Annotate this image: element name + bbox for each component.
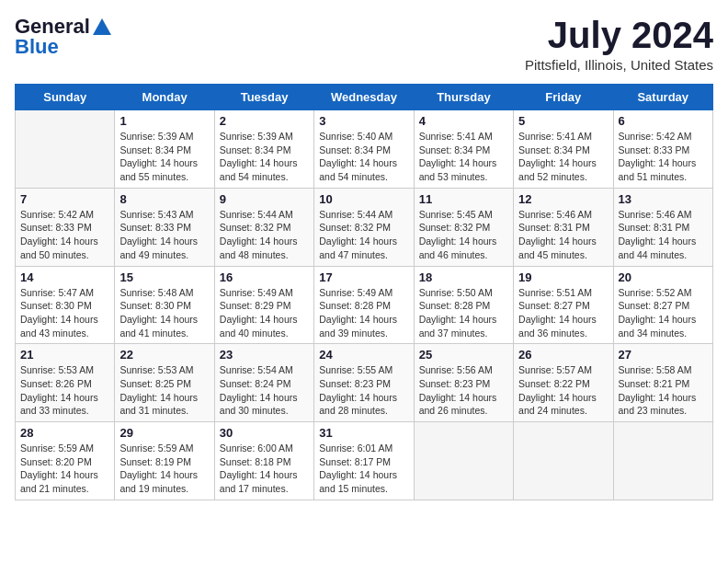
header-saturday: Saturday bbox=[613, 85, 712, 110]
day-info: Sunrise: 5:57 AM Sunset: 8:22 PM Dayligh… bbox=[518, 363, 608, 418]
calendar-cell: 7Sunrise: 5:42 AM Sunset: 8:33 PM Daylig… bbox=[16, 188, 115, 266]
day-info: Sunrise: 5:48 AM Sunset: 8:30 PM Dayligh… bbox=[119, 286, 209, 340]
calendar-cell: 18Sunrise: 5:50 AM Sunset: 8:28 PM Dayli… bbox=[414, 266, 513, 344]
calendar-header: SundayMondayTuesdayWednesdayThursdayFrid… bbox=[16, 85, 713, 110]
calendar-cell: 6Sunrise: 5:42 AM Sunset: 8:33 PM Daylig… bbox=[613, 110, 712, 189]
day-number: 7 bbox=[20, 192, 109, 206]
calendar-cell: 26Sunrise: 5:57 AM Sunset: 8:22 PM Dayli… bbox=[514, 344, 613, 422]
day-info: Sunrise: 5:46 AM Sunset: 8:31 PM Dayligh… bbox=[518, 208, 608, 262]
day-number: 9 bbox=[220, 192, 309, 206]
calendar-cell: 12Sunrise: 5:46 AM Sunset: 8:31 PM Dayli… bbox=[514, 188, 613, 266]
day-info: Sunrise: 5:53 AM Sunset: 8:26 PM Dayligh… bbox=[20, 363, 109, 418]
day-info: Sunrise: 5:44 AM Sunset: 8:32 PM Dayligh… bbox=[220, 208, 309, 262]
day-info: Sunrise: 5:47 AM Sunset: 8:30 PM Dayligh… bbox=[20, 286, 109, 340]
day-number: 21 bbox=[20, 348, 109, 362]
day-info: Sunrise: 5:54 AM Sunset: 8:24 PM Dayligh… bbox=[220, 363, 309, 418]
page-header: General Blue July 2024 Pittsfield, Illin… bbox=[15, 15, 713, 73]
day-info: Sunrise: 5:41 AM Sunset: 8:34 PM Dayligh… bbox=[419, 130, 508, 184]
calendar-cell: 24Sunrise: 5:55 AM Sunset: 8:23 PM Dayli… bbox=[314, 344, 414, 422]
week-row-1: 1Sunrise: 5:39 AM Sunset: 8:34 PM Daylig… bbox=[16, 110, 713, 189]
day-info: Sunrise: 5:44 AM Sunset: 8:32 PM Dayligh… bbox=[319, 208, 408, 262]
calendar-cell: 8Sunrise: 5:43 AM Sunset: 8:33 PM Daylig… bbox=[115, 188, 214, 266]
header-monday: Monday bbox=[115, 85, 214, 110]
calendar-cell: 20Sunrise: 5:52 AM Sunset: 8:27 PM Dayli… bbox=[613, 266, 712, 344]
day-number: 23 bbox=[220, 348, 309, 362]
day-info: Sunrise: 5:49 AM Sunset: 8:28 PM Dayligh… bbox=[319, 286, 408, 340]
day-number: 10 bbox=[319, 192, 408, 206]
calendar-cell: 19Sunrise: 5:51 AM Sunset: 8:27 PM Dayli… bbox=[514, 266, 613, 344]
day-info: Sunrise: 5:55 AM Sunset: 8:23 PM Dayligh… bbox=[319, 363, 408, 418]
day-info: Sunrise: 5:49 AM Sunset: 8:29 PM Dayligh… bbox=[220, 286, 309, 340]
day-number: 4 bbox=[419, 114, 508, 128]
calendar-cell: 4Sunrise: 5:41 AM Sunset: 8:34 PM Daylig… bbox=[414, 110, 513, 189]
calendar-cell bbox=[16, 110, 115, 189]
calendar-cell: 21Sunrise: 5:53 AM Sunset: 8:26 PM Dayli… bbox=[16, 344, 115, 422]
calendar-cell: 30Sunrise: 6:00 AM Sunset: 8:18 PM Dayli… bbox=[214, 422, 313, 500]
logo: General Blue bbox=[15, 15, 111, 59]
day-number: 30 bbox=[220, 426, 309, 440]
day-info: Sunrise: 5:39 AM Sunset: 8:34 PM Dayligh… bbox=[220, 130, 309, 184]
calendar-cell bbox=[414, 422, 513, 500]
day-number: 6 bbox=[619, 114, 708, 128]
location-title: Pittsfield, Illinois, United States bbox=[525, 57, 713, 73]
calendar-cell: 17Sunrise: 5:49 AM Sunset: 8:28 PM Dayli… bbox=[314, 266, 414, 344]
day-number: 16 bbox=[220, 270, 309, 284]
day-number: 31 bbox=[319, 426, 408, 440]
calendar-cell: 23Sunrise: 5:54 AM Sunset: 8:24 PM Dayli… bbox=[214, 344, 313, 422]
month-title: July 2024 bbox=[525, 15, 713, 55]
calendar-cell: 13Sunrise: 5:46 AM Sunset: 8:31 PM Dayli… bbox=[613, 188, 712, 266]
day-info: Sunrise: 5:58 AM Sunset: 8:21 PM Dayligh… bbox=[619, 363, 708, 418]
calendar-cell: 14Sunrise: 5:47 AM Sunset: 8:30 PM Dayli… bbox=[16, 266, 115, 344]
day-info: Sunrise: 5:39 AM Sunset: 8:34 PM Dayligh… bbox=[119, 130, 209, 184]
calendar-cell: 29Sunrise: 5:59 AM Sunset: 8:19 PM Dayli… bbox=[115, 422, 214, 500]
week-row-3: 14Sunrise: 5:47 AM Sunset: 8:30 PM Dayli… bbox=[16, 266, 713, 344]
calendar-cell: 16Sunrise: 5:49 AM Sunset: 8:29 PM Dayli… bbox=[214, 266, 313, 344]
day-info: Sunrise: 5:42 AM Sunset: 8:33 PM Dayligh… bbox=[619, 130, 708, 184]
day-number: 17 bbox=[319, 270, 408, 284]
day-number: 2 bbox=[220, 114, 309, 128]
header-friday: Friday bbox=[514, 85, 613, 110]
calendar-cell: 5Sunrise: 5:41 AM Sunset: 8:34 PM Daylig… bbox=[514, 110, 613, 189]
day-info: Sunrise: 6:00 AM Sunset: 8:18 PM Dayligh… bbox=[220, 442, 309, 496]
day-info: Sunrise: 5:40 AM Sunset: 8:34 PM Dayligh… bbox=[319, 130, 408, 184]
day-info: Sunrise: 5:53 AM Sunset: 8:25 PM Dayligh… bbox=[119, 363, 209, 418]
day-number: 27 bbox=[619, 348, 708, 362]
header-sunday: Sunday bbox=[16, 85, 115, 110]
day-number: 22 bbox=[119, 348, 209, 362]
header-tuesday: Tuesday bbox=[214, 85, 313, 110]
day-info: Sunrise: 5:50 AM Sunset: 8:28 PM Dayligh… bbox=[419, 286, 508, 340]
day-info: Sunrise: 5:56 AM Sunset: 8:23 PM Dayligh… bbox=[419, 363, 508, 418]
day-number: 15 bbox=[119, 270, 209, 284]
calendar-cell: 22Sunrise: 5:53 AM Sunset: 8:25 PM Dayli… bbox=[115, 344, 214, 422]
calendar-cell: 2Sunrise: 5:39 AM Sunset: 8:34 PM Daylig… bbox=[214, 110, 313, 189]
calendar-cell: 3Sunrise: 5:40 AM Sunset: 8:34 PM Daylig… bbox=[314, 110, 414, 189]
calendar-cell: 31Sunrise: 6:01 AM Sunset: 8:17 PM Dayli… bbox=[314, 422, 414, 500]
week-row-2: 7Sunrise: 5:42 AM Sunset: 8:33 PM Daylig… bbox=[16, 188, 713, 266]
day-number: 25 bbox=[419, 348, 508, 362]
day-number: 1 bbox=[119, 114, 209, 128]
day-number: 26 bbox=[518, 348, 608, 362]
day-info: Sunrise: 5:42 AM Sunset: 8:33 PM Dayligh… bbox=[20, 208, 109, 262]
logo-blue: Blue bbox=[15, 35, 59, 58]
day-info: Sunrise: 5:45 AM Sunset: 8:32 PM Dayligh… bbox=[419, 208, 508, 262]
logo-triangle-icon bbox=[93, 18, 111, 35]
day-info: Sunrise: 5:46 AM Sunset: 8:31 PM Dayligh… bbox=[619, 208, 708, 262]
calendar-cell bbox=[514, 422, 613, 500]
title-area: July 2024 Pittsfield, Illinois, United S… bbox=[525, 15, 713, 73]
day-number: 24 bbox=[319, 348, 408, 362]
header-wednesday: Wednesday bbox=[314, 85, 414, 110]
header-thursday: Thursday bbox=[414, 85, 513, 110]
day-number: 18 bbox=[419, 270, 508, 284]
calendar-cell: 10Sunrise: 5:44 AM Sunset: 8:32 PM Dayli… bbox=[314, 188, 414, 266]
day-number: 14 bbox=[20, 270, 109, 284]
day-number: 8 bbox=[119, 192, 209, 206]
day-info: Sunrise: 5:51 AM Sunset: 8:27 PM Dayligh… bbox=[518, 286, 608, 340]
day-number: 20 bbox=[619, 270, 708, 284]
calendar-cell: 25Sunrise: 5:56 AM Sunset: 8:23 PM Dayli… bbox=[414, 344, 513, 422]
calendar-body: 1Sunrise: 5:39 AM Sunset: 8:34 PM Daylig… bbox=[16, 110, 713, 500]
calendar-cell bbox=[613, 422, 712, 500]
day-number: 13 bbox=[619, 192, 708, 206]
day-number: 11 bbox=[419, 192, 508, 206]
day-info: Sunrise: 5:59 AM Sunset: 8:20 PM Dayligh… bbox=[20, 442, 109, 496]
calendar-cell: 11Sunrise: 5:45 AM Sunset: 8:32 PM Dayli… bbox=[414, 188, 513, 266]
